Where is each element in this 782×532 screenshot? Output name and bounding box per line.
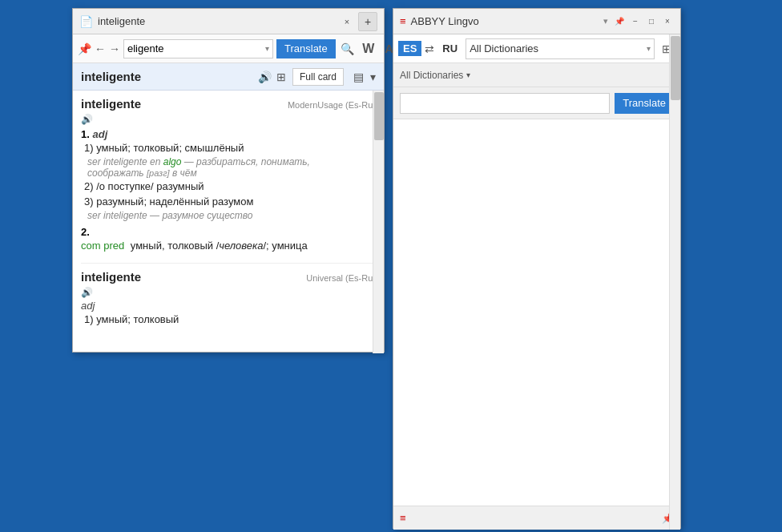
entry-1: inteligente ModernUsage (Es-Ru) 🔊 1. adj… [81, 97, 376, 253]
entry-1-source: ModernUsage (Es-Ru) [288, 100, 376, 110]
word-bar-icons: 🔊 ⊞ [258, 71, 286, 83]
left-translate-btn[interactable]: Translate [276, 39, 336, 58]
sub-bar-arrow[interactable]: ▾ [466, 71, 470, 79]
right-translate-btn[interactable]: Translate [615, 93, 674, 114]
view-toggle-icon[interactable]: ▤ [353, 71, 364, 83]
left-content-area: inteligente ModernUsage (Es-Ru) 🔊 1. adj… [73, 91, 384, 353]
dict-select-arrow: ▾ [647, 44, 651, 53]
entry-1-ex3: ser inteligente — разумное существо [87, 210, 376, 221]
entry-1-def1: 1) умный; толковый; смышлёный [84, 140, 376, 156]
forward-btn[interactable]: → [109, 40, 120, 58]
entry-1-def3: 3) разумный; наделённый разумом [84, 194, 376, 210]
back-btn[interactable]: ← [95, 40, 106, 58]
left-window: 📄 inteligente × + 📌 ← → ▾ Translate 🔍 W … [72, 8, 385, 353]
abbyy-footer-icon: ≡ [400, 512, 406, 524]
left-title-bar: 📄 inteligente × + [73, 9, 384, 34]
dropdown-arrow-title[interactable]: ▾ [603, 16, 608, 26]
entry-2-sound[interactable]: 🔊 [81, 287, 376, 298]
right-sub-bar: All Dictionaries ▾ [393, 63, 680, 87]
document-icon: 📄 [79, 15, 93, 28]
left-toolbar: 📌 ← → ▾ Translate 🔍 W A ≡ [73, 34, 384, 63]
entry-1-pos1: adj [92, 128, 107, 140]
right-scrollbar-thumb [671, 36, 680, 100]
entry-1-num1: 1. adj [81, 128, 376, 140]
full-card-btn[interactable]: Full card [292, 68, 344, 86]
right-search-input[interactable] [400, 93, 610, 114]
entry-2: inteligente Universal (Es-Ru) 🔊 adj 1) у… [81, 263, 376, 328]
dropdown-arrow[interactable]: ▾ [265, 44, 269, 53]
sub-bar-text[interactable]: All Dictionaries [400, 70, 463, 81]
right-close-btn[interactable]: × [661, 15, 674, 28]
word-display: inteligente [81, 70, 252, 83]
right-scrollbar[interactable] [669, 34, 680, 530]
left-search-box: ▾ [123, 39, 273, 58]
abbyy-logo: ≡ [400, 15, 406, 27]
right-search-bar: Translate [393, 87, 680, 119]
dict-select-text: All Dictionaries [470, 42, 538, 54]
swap-lang-btn[interactable]: ⇄ [425, 42, 434, 55]
left-close-btn[interactable]: × [341, 15, 353, 28]
lang-to-badge[interactable]: RU [437, 41, 462, 56]
left-search-input[interactable] [127, 42, 262, 54]
entry-1-com: com pred умный, толковый /человека/; умн… [81, 238, 376, 254]
grid-icon[interactable]: ⊞ [276, 71, 286, 83]
add-tab-btn[interactable]: + [358, 12, 377, 31]
word-bar: inteligente 🔊 ⊞ Full card ▤ ▾ [73, 63, 384, 91]
entry-1-sound[interactable]: 🔊 [81, 114, 376, 125]
right-content [393, 119, 680, 506]
entry-2-source: Universal (Es-Ru) [306, 273, 376, 283]
entry-2-pos: adj [81, 300, 376, 312]
speaker-icon[interactable]: 🔊 [258, 71, 272, 83]
left-scrollbar[interactable] [373, 91, 384, 353]
right-window-title: ABBYY Lingvo [411, 15, 599, 27]
lang-bar: ES ⇄ RU All Dictionaries ▾ ⊞ [393, 34, 680, 63]
entry-2-title: inteligente [81, 270, 141, 284]
entry-1-ex1: ser inteligente en algo — разбираться, п… [87, 156, 376, 167]
dict-selector[interactable]: All Dictionaries ▾ [466, 38, 655, 59]
lang-from-badge[interactable]: ES [398, 41, 421, 56]
right-pin-btn[interactable]: 📌 [613, 15, 626, 28]
right-window: ≡ ABBYY Lingvo ▾ 📌 − □ × ES ⇄ RU All Dic… [393, 8, 681, 529]
right-footer: ≡ 📌 [393, 506, 680, 530]
entry-1-def2: 2) /о поступке/ разумный [84, 179, 376, 195]
entry-1-num2: 2. [81, 226, 376, 238]
wiki-icon[interactable]: W [360, 40, 377, 58]
search-icon[interactable]: 🔍 [339, 40, 357, 58]
right-minimize-btn[interactable]: − [629, 15, 642, 28]
entry-1-ex2: соображать [разг] в чём [87, 167, 376, 179]
entry-1-title: inteligente [81, 97, 141, 111]
left-window-title: inteligente [98, 15, 336, 27]
expand-icon[interactable]: ▾ [370, 71, 376, 83]
left-scrollbar-thumb [374, 92, 384, 140]
right-title-btns: 📌 − □ × [613, 15, 674, 28]
right-title-bar: ≡ ABBYY Lingvo ▾ 📌 − □ × [393, 9, 680, 34]
entry-2-def1: 1) умный; толковый [84, 312, 376, 328]
pin-nav-btn[interactable]: 📌 [78, 40, 91, 58]
right-maximize-btn[interactable]: □ [645, 15, 658, 28]
